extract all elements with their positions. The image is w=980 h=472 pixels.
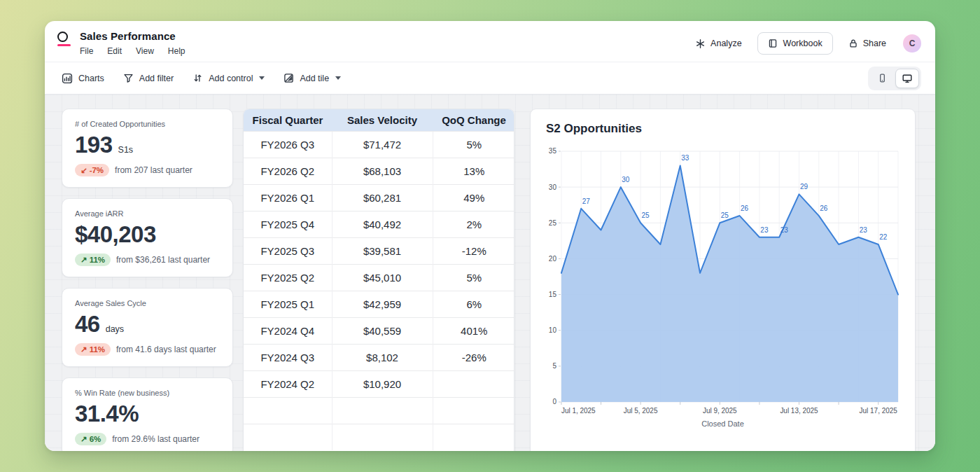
point-label: 23 (760, 226, 769, 234)
monitor-icon (902, 73, 913, 84)
table-row[interactable]: FY2024 Q3$8,102-26% (244, 344, 514, 370)
table-row[interactable] (244, 424, 514, 450)
table-cell[interactable]: $39,581 (332, 237, 433, 264)
table-cell[interactable]: $40,559 (332, 317, 433, 344)
kpi-value: 46 (75, 311, 100, 338)
menu-edit[interactable]: Edit (107, 46, 122, 56)
chevron-down-icon (259, 76, 265, 80)
table-cell[interactable]: $42,959 (332, 291, 433, 317)
table-cell[interactable]: FY2025 Q1 (244, 291, 332, 317)
y-tick-label: 20 (549, 255, 557, 263)
point-label: 25 (721, 211, 729, 219)
table-cell[interactable]: 5% (433, 264, 514, 291)
table-row[interactable]: FY2025 Q4$40,4922% (244, 211, 514, 237)
table-cell[interactable]: 5% (433, 131, 514, 158)
kpi-card[interactable]: # of Created Opportunities 193 S1s ↙ -7%… (62, 109, 233, 188)
table-cell[interactable] (433, 397, 514, 424)
table-row[interactable]: FY2026 Q3$71,4725% (244, 131, 514, 158)
table-cell[interactable] (244, 424, 332, 450)
kpi-card[interactable]: Average Sales Cycle 46 days ↗ 11% from 4… (62, 288, 233, 367)
kpi-card[interactable]: Average iARR $40,203 ↗ 11% from $36,261 … (62, 198, 233, 277)
charts-label: Charts (78, 74, 104, 83)
table-cell[interactable]: 6% (433, 291, 514, 317)
sigma-logo-icon[interactable] (57, 32, 71, 46)
table-row[interactable]: FY2025 Q2$45,0105% (244, 264, 514, 291)
table-cell[interactable]: $68,103 (332, 158, 433, 184)
add-tile-button[interactable]: Add tile (284, 73, 341, 83)
charts-button[interactable]: Charts (62, 73, 104, 84)
table-row[interactable]: FY2026 Q1$60,28149% (244, 184, 514, 211)
table-cell[interactable]: FY2025 Q4 (244, 211, 332, 237)
table-row[interactable]: FY2024 Q2$10,920 (244, 370, 514, 397)
add-filter-button[interactable]: Add filter (123, 73, 174, 83)
table-cell[interactable]: FY2024 Q4 (244, 317, 332, 344)
x-tick-label: Jul 1, 2025 (561, 407, 596, 415)
table-cell[interactable] (332, 424, 433, 450)
table-cell[interactable]: -12% (433, 237, 514, 264)
kpi-delta-arrow: ↗ (80, 255, 88, 265)
analyze-button[interactable]: Analyze (688, 34, 748, 54)
menu-bar: File Edit View Help (80, 46, 186, 56)
share-button[interactable]: Share (841, 34, 893, 53)
kpi-delta-pill: ↗ 11% (75, 343, 111, 356)
table-cell[interactable]: FY2026 Q2 (244, 158, 332, 184)
point-label: 33 (681, 154, 690, 162)
add-filter-label: Add filter (139, 74, 174, 83)
book-icon (768, 39, 778, 48)
point-label: 25 (642, 211, 650, 219)
sales-velocity-table-tile[interactable]: Fiscal QuarterSales VelocityQoQ Change F… (243, 109, 514, 451)
column-header[interactable]: QoQ Change (433, 109, 514, 131)
user-avatar[interactable]: C (903, 34, 921, 53)
column-header[interactable]: Sales Velocity (332, 109, 433, 131)
y-tick-label: 30 (549, 183, 557, 191)
table-cell[interactable]: FY2025 Q3 (244, 237, 332, 264)
table-row[interactable]: FY2026 Q2$68,10313% (244, 158, 514, 184)
table-cell[interactable]: $40,492 (332, 211, 433, 237)
s2-opportunities-chart-tile[interactable]: S2 Opportunities 05101520253035273025332… (530, 109, 916, 451)
kpi-delta-pill: ↗ 11% (75, 254, 111, 266)
table-cell[interactable]: FY2026 Q1 (244, 184, 332, 211)
workbook-button[interactable]: Workbook (757, 32, 833, 55)
kpi-card[interactable]: % Win Rate (new business) 31.4% ↗ 6% fro… (62, 377, 233, 451)
table-cell[interactable]: -26% (433, 344, 514, 370)
table-cell[interactable]: $8,102 (332, 344, 433, 370)
x-tick-label: Jul 9, 2025 (703, 407, 737, 415)
kpi-delta-arrow: ↗ (80, 345, 88, 354)
table-cell[interactable]: 401% (433, 317, 514, 344)
kpi-label: Average iARR (75, 209, 220, 218)
table-cell[interactable] (433, 370, 514, 397)
s2-chart-svg[interactable]: 05101520253035273025332526232329262322Ju… (546, 143, 899, 419)
table-cell[interactable]: $10,920 (332, 370, 433, 397)
kpi-delta-pill: ↙ -7% (75, 164, 109, 176)
table-cell[interactable]: 13% (433, 158, 514, 184)
table-cell[interactable]: 49% (433, 184, 514, 211)
menu-file[interactable]: File (80, 46, 93, 56)
column-header[interactable]: Fiscal Quarter (244, 109, 332, 131)
table-cell[interactable]: FY2026 Q3 (244, 131, 332, 158)
table-cell[interactable]: $71,472 (332, 131, 433, 158)
table-row[interactable]: FY2024 Q4$40,559401% (244, 317, 514, 344)
y-tick-label: 10 (549, 326, 557, 334)
add-control-button[interactable]: Add control (192, 73, 265, 83)
table-cell[interactable]: $45,010 (332, 264, 433, 291)
kpi-delta-text: 11% (90, 256, 105, 264)
y-tick-label: 5 (552, 362, 556, 370)
table-cell[interactable] (244, 397, 332, 424)
table-cell[interactable]: 2% (433, 211, 514, 237)
table-cell[interactable] (433, 424, 514, 450)
table-row[interactable]: FY2025 Q3$39,581-12% (244, 237, 514, 264)
table-cell[interactable]: $60,281 (332, 184, 433, 211)
menu-view[interactable]: View (136, 46, 154, 56)
table-cell[interactable]: FY2025 Q2 (244, 264, 332, 291)
table-row[interactable]: FY2025 Q1$42,9596% (244, 291, 514, 317)
menu-help[interactable]: Help (168, 46, 186, 56)
table-cell[interactable]: FY2024 Q2 (244, 370, 332, 397)
table-row[interactable] (244, 397, 514, 424)
x-tick-label: Jul 13, 2025 (780, 407, 818, 415)
share-label: Share (863, 39, 886, 48)
table-cell[interactable] (332, 397, 433, 424)
desktop-view-button[interactable] (895, 69, 919, 88)
mobile-view-button[interactable] (870, 69, 894, 88)
table-cell[interactable]: FY2024 Q3 (244, 344, 332, 370)
table-body: FY2026 Q3$71,4725%FY2026 Q2$68,10313%FY2… (244, 131, 514, 450)
